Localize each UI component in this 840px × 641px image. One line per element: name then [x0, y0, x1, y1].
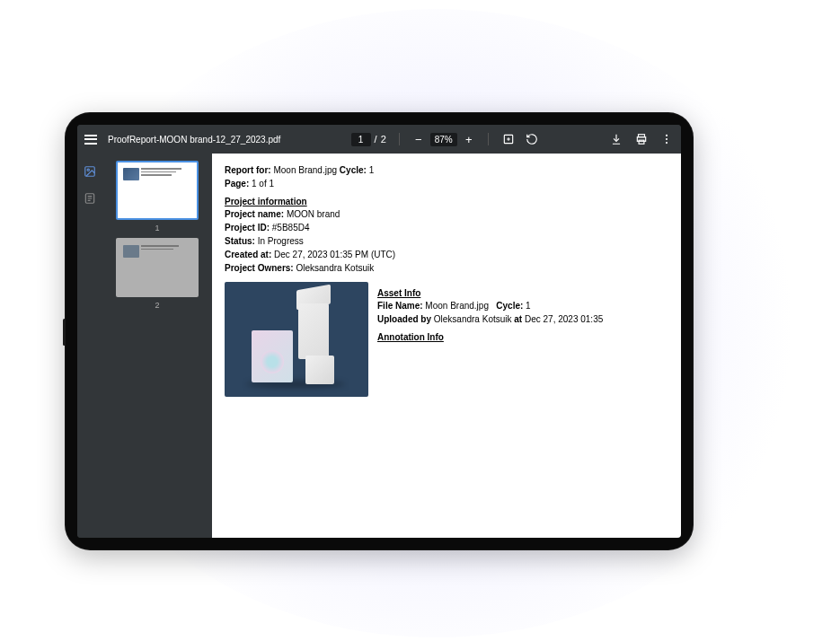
rotate-icon[interactable] — [525, 132, 539, 146]
more-options-icon[interactable] — [659, 132, 674, 146]
thumbnail-preview — [116, 161, 199, 220]
report-header-line: Report for: Moon Brand.jpg Cycle: 1 — [225, 164, 668, 177]
pdf-toolbar: ProofReport-MOON brand-12_27_2023.pdf / … — [77, 125, 681, 154]
svg-point-4 — [666, 135, 668, 136]
page-control: / 2 — [351, 133, 386, 146]
project-info-title: Project information — [225, 196, 668, 208]
thumbnail-label: 2 — [155, 301, 159, 310]
owners-line: Project Owners: Oleksandra Kotsuik — [225, 262, 668, 275]
page-separator: / — [375, 134, 377, 145]
project-id-line: Project ID: #5B85D4 — [225, 222, 668, 234]
page-total: 2 — [381, 134, 386, 145]
report-for-value: Moon Brand.jpg — [273, 165, 337, 175]
zoom-control: − 87% + — [412, 133, 475, 146]
file-title: ProofReport-MOON brand-12_27_2023.pdf — [108, 135, 280, 145]
document-view[interactable]: Report for: Moon Brand.jpg Cycle: 1 Page… — [212, 154, 681, 538]
asset-preview-image — [225, 282, 368, 397]
zoom-level[interactable]: 87% — [430, 133, 457, 146]
page-value: 1 of 1 — [252, 179, 274, 189]
toolbar-right — [609, 132, 674, 146]
asset-file-name-line: File Name: Moon Brand.jpg Cycle: 1 — [377, 300, 668, 312]
report-for-label: Report for: — [225, 165, 271, 175]
toolbar-divider — [488, 133, 489, 145]
page-line: Page: 1 of 1 — [225, 178, 668, 190]
fit-to-page-icon[interactable] — [501, 132, 516, 146]
asset-info-title: Asset Info — [377, 287, 668, 300]
thumbnail-label: 1 — [155, 224, 159, 233]
tablet-frame: ProofReport-MOON brand-12_27_2023.pdf / … — [65, 112, 694, 550]
page-label: Page: — [225, 179, 249, 189]
thumbnail-preview — [116, 238, 199, 297]
asset-row: Asset Info File Name: Moon Brand.jpg Cyc… — [225, 282, 668, 397]
uploaded-by-line: Uploaded by Oleksandra Kotsuik at Dec 27… — [377, 313, 668, 326]
thumbnail-item[interactable]: 1 — [110, 161, 205, 233]
left-rail — [77, 154, 102, 538]
status-line: Status: In Progress — [225, 235, 668, 248]
download-icon[interactable] — [609, 132, 623, 146]
thumbnails-tab-icon[interactable] — [83, 164, 97, 179]
outline-tab-icon[interactable] — [83, 191, 97, 206]
project-name-line: Project name: MOON brand — [225, 208, 668, 221]
created-at-line: Created at: Dec 27, 2023 01:35 PM (UTC) — [225, 249, 668, 261]
zoom-out-button[interactable]: − — [412, 133, 425, 145]
cycle-label: Cycle: — [340, 165, 367, 175]
svg-point-5 — [666, 138, 668, 140]
screen: ProofReport-MOON brand-12_27_2023.pdf / … — [77, 125, 681, 538]
svg-point-8 — [87, 169, 89, 171]
svg-point-6 — [666, 142, 668, 144]
asset-info: Asset Info File Name: Moon Brand.jpg Cyc… — [377, 282, 668, 397]
thumbnail-panel: 1 2 — [102, 154, 212, 538]
page-number-input[interactable] — [351, 133, 371, 146]
main-area: 1 2 — [77, 154, 681, 538]
cycle-value: 1 — [369, 165, 375, 175]
thumbnail-item[interactable]: 2 — [110, 238, 205, 310]
annotation-info-title: Annotation Info — [377, 331, 668, 344]
tablet-side-button — [63, 319, 66, 346]
zoom-in-button[interactable]: + — [463, 133, 475, 145]
menu-icon[interactable] — [84, 132, 99, 146]
print-icon[interactable] — [634, 132, 649, 146]
toolbar-divider — [399, 133, 400, 145]
